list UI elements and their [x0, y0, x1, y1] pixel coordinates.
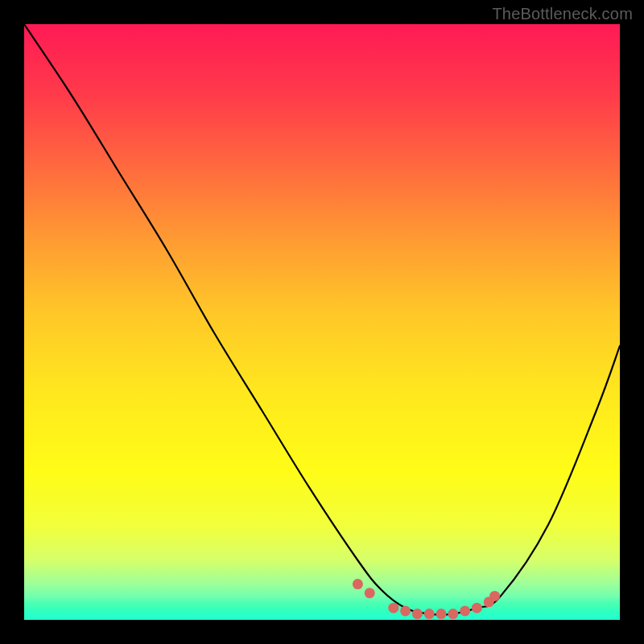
fit-marker	[365, 588, 375, 598]
fit-markers-group	[353, 579, 500, 619]
bottleneck-curve	[24, 24, 620, 615]
chart-svg	[24, 24, 620, 620]
fit-marker	[489, 591, 500, 601]
fit-marker	[448, 609, 458, 619]
fit-marker	[424, 609, 435, 619]
fit-marker	[460, 605, 470, 616]
plot-area	[24, 24, 620, 620]
watermark-text: TheBottleneck.com	[492, 5, 633, 23]
fit-marker	[472, 603, 482, 613]
fit-marker	[400, 605, 411, 616]
fit-marker	[436, 609, 447, 619]
fit-marker	[412, 609, 423, 619]
fit-marker	[353, 579, 363, 589]
chart-container: TheBottleneck.com	[0, 0, 644, 644]
fit-marker	[388, 603, 398, 613]
